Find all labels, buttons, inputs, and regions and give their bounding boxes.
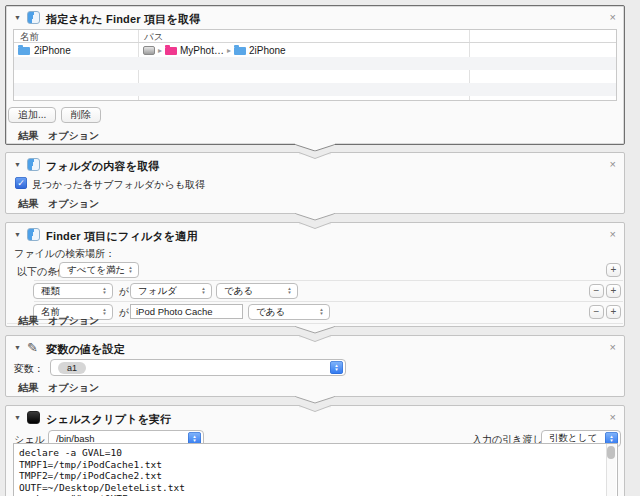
subfolders-checkbox[interactable]: ✓ [15,177,27,189]
folder-icon-pink [165,47,177,55]
action-title: 変数の値を設定 [46,342,125,357]
results-link-real[interactable]: 結果 [18,314,38,328]
action-connector [5,397,625,405]
close-icon[interactable]: × [610,411,616,423]
column-header-path[interactable]: パス [144,31,163,44]
shell-script-editor[interactable]: declare -a GVAL=10 TMPF1=/tmp/iPodCache1… [13,443,618,496]
terminal-icon [27,411,40,424]
options-link[interactable]: オプション [48,381,99,395]
add-button[interactable]: 追加... [8,107,56,123]
disclosure-triangle-icon[interactable]: ▼ [14,161,21,168]
add-condition-button[interactable]: + [606,284,621,298]
condition-operator-popup[interactable]: である ▲▼ [248,304,330,320]
results-link[interactable]: 結果 [18,197,38,211]
folder-icon [18,47,30,55]
action-connector [5,327,625,335]
stepper-icon: ▲▼ [284,287,295,295]
checkbox-label: 見つかった各サブフォルダからも取得 [32,178,205,192]
disclosure-triangle-icon[interactable]: ▼ [14,344,21,351]
close-icon[interactable]: × [610,228,616,240]
condition-field-popup[interactable]: 種類 ▲▼ [33,283,113,299]
finder-items-icon [27,158,40,171]
results-link[interactable]: 結果 [18,129,38,143]
variable-label: 変数： [14,362,44,376]
match-mode-popup[interactable]: すべてを満たす ▲▼ [59,262,139,278]
search-location-label: ファイルの検索場所： [14,247,115,261]
stepper-icon: ▲▼ [198,287,209,295]
path-arrow-icon: ▸ [158,46,162,55]
stepper-down-icon: ▼ [609,439,613,443]
action-get-specified-finder-items[interactable]: ▼ 指定された Finder 項目を取得 × 名前 パス 2iPhone ▸ M… [5,5,625,145]
conjunction-label: が [119,285,129,299]
disclosure-triangle-icon[interactable]: ▼ [14,14,21,21]
action-header[interactable]: ▼ Finder 項目にフィルタを適用 × [6,228,624,244]
condition-value-input[interactable]: iPod Photo Cache [130,304,243,319]
finder-items-icon [27,11,40,24]
scrollbar-thumb[interactable] [607,446,615,459]
options-link[interactable]: オプション [48,197,99,211]
folder-icon [234,47,246,55]
v-connector-icon [292,139,338,161]
results-link[interactable]: 結果 [18,381,38,395]
stepper-down-icon: ▼ [128,270,132,274]
close-icon[interactable]: × [610,11,616,23]
action-filter-finder-items[interactable]: ▼ Finder 項目にフィルタを適用 × ファイルの検索場所： 以下の条件の … [5,222,625,327]
table-row-empty [14,83,616,96]
stepper-icon: ▲▼ [99,287,110,295]
disclosure-triangle-icon[interactable]: ▼ [14,414,21,421]
close-icon[interactable]: × [610,158,616,170]
options-link[interactable]: オプション [48,314,99,328]
variable-popup[interactable]: a1 ▲▼ [50,359,346,376]
stepper-down-icon: ▼ [287,291,291,295]
disclosure-triangle-icon[interactable]: ▼ [14,231,21,238]
table-row-empty [14,70,616,83]
action-connector [5,214,625,222]
condition-value-popup[interactable]: フォルダ ▲▼ [130,283,212,299]
remove-condition-button[interactable]: − [589,284,604,298]
options-link[interactable]: オプション [48,129,99,143]
add-condition-button[interactable]: + [606,305,621,319]
action-header[interactable]: ▼ シェルスクリプトを実行 × [6,411,624,427]
v-connector-icon [292,208,338,230]
action-connector [5,145,625,152]
stepper-down-icon: ▼ [192,439,196,443]
path-segment: MyPhot… [180,45,224,56]
table-row[interactable]: 2iPhone ▸ MyPhot… ▸ 2iPhone [14,44,616,57]
action-run-shell-script[interactable]: ▼ シェルスクリプトを実行 × シェル： /bin/bash ▲▼ 入力の引き渡… [5,405,625,496]
stepper-down-icon: ▼ [319,312,323,316]
path-arrow-icon: ▸ [227,46,231,55]
stepper-icon: ▲▼ [125,266,136,274]
row-divider [34,280,623,281]
stepper-down-icon: ▼ [102,312,106,316]
close-icon[interactable]: × [610,341,616,353]
action-title: シェルスクリプトを実行 [46,412,172,427]
action-set-variable-value[interactable]: ▼ ✎ 変数の値を設定 × 変数： a1 ▲▼ 結果 オプション [5,335,625,397]
item-path-cell: ▸ MyPhot… ▸ 2iPhone [143,45,286,56]
item-name: 2iPhone [34,45,71,56]
automator-workflow-canvas: { "icons": { "disclosure": "▼", "close":… [0,0,640,496]
add-condition-button[interactable]: + [606,263,621,277]
condition-operator-popup[interactable]: である ▲▼ [216,283,298,299]
disk-icon [143,46,155,55]
remove-button[interactable]: 削除 [61,107,101,123]
table-row-empty [14,57,616,70]
action-header[interactable]: ▼ ✎ 変数の値を設定 × [6,341,624,357]
action-title: フォルダの内容を取得 [46,159,160,174]
conjunction-label: が [119,306,129,320]
column-header-name[interactable]: 名前 [20,31,39,44]
pencil-icon: ✎ [27,341,40,354]
table-header: 名前 パス [14,30,616,43]
action-get-folder-contents[interactable]: ▼ フォルダの内容を取得 × ✓ 見つかった各サブフォルダからも取得 結果 オプ… [5,152,625,214]
finder-items-icon [27,228,40,241]
v-connector-icon [292,391,338,413]
path-segment: 2iPhone [249,45,286,56]
v-connector-icon [292,321,338,343]
stepper-down-icon: ▼ [334,368,338,372]
action-title: Finder 項目にフィルタを適用 [46,229,198,244]
finder-items-table[interactable]: 名前 パス 2iPhone ▸ MyPhot… ▸ 2iPhone [13,29,617,101]
stepper-icon: ▲▼ [330,361,343,374]
remove-condition-button[interactable]: − [589,305,604,319]
action-header[interactable]: ▼ 指定された Finder 項目を取得 × [6,11,624,27]
row-divider [34,301,623,302]
variable-token[interactable]: a1 [58,362,86,374]
